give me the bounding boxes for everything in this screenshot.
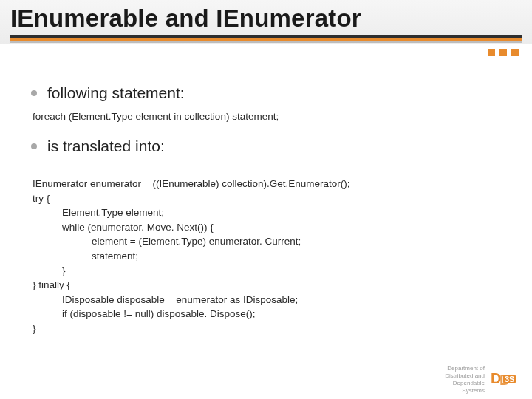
code-line: try {	[33, 193, 50, 204]
code-line: element = (Element.Type) enumerator. Cur…	[33, 236, 301, 247]
logo-3s: 3S	[503, 375, 516, 383]
bullet-icon	[31, 90, 37, 96]
slide-title: IEnumerable and IEnumerator	[10, 4, 522, 33]
code-line: Element.Type element;	[33, 207, 164, 218]
slide: IEnumerable and IEnumerator following st…	[0, 0, 532, 399]
footer-line: Department of	[445, 365, 485, 372]
corner-dots	[488, 49, 519, 56]
dot-icon	[488, 49, 495, 56]
title-underline	[10, 35, 522, 43]
code-line: statement;	[33, 250, 138, 262]
rule-dark	[10, 35, 522, 38]
slide-body: following statement: foreach (Element.Ty…	[0, 43, 532, 335]
bullet-item: following statement:	[31, 84, 501, 102]
bullet-icon	[31, 143, 37, 149]
footer-line: Distributed and	[445, 372, 485, 380]
footer-dept-text: Department of Distributed and Dependable…	[445, 365, 485, 395]
bullet-text: following statement:	[47, 84, 185, 102]
bullet-item: is translated into:	[31, 137, 501, 155]
code-line: }	[33, 323, 36, 334]
rule-orange	[10, 38, 522, 41]
footer-line: Systems	[445, 387, 485, 395]
code-line: } finally {	[33, 279, 70, 290]
code-line: if (disposable != null) disposable. Disp…	[33, 308, 256, 319]
footer-line: Dependable	[445, 380, 485, 387]
bullet-text: is translated into:	[47, 137, 165, 155]
code-line: IEnumerator enumerator = ((IEnumerable) …	[33, 178, 350, 189]
dot-icon	[499, 49, 507, 56]
code-line: while (enumerator. Move. Next()) {	[33, 222, 214, 233]
title-area: IEnumerable and IEnumerator	[0, 0, 532, 43]
code-line: IDisposable disposable = enumerator as I…	[33, 294, 298, 305]
code-line: }	[33, 265, 66, 276]
code-block-foreach: foreach (Element.Type element in collect…	[33, 109, 501, 124]
code-block-expanded: IEnumerator enumerator = ((IEnumerable) …	[33, 163, 501, 336]
footer: Department of Distributed and Dependable…	[445, 365, 525, 395]
d3s-logo-icon: D D 3S	[491, 370, 525, 389]
dot-icon	[511, 49, 519, 56]
